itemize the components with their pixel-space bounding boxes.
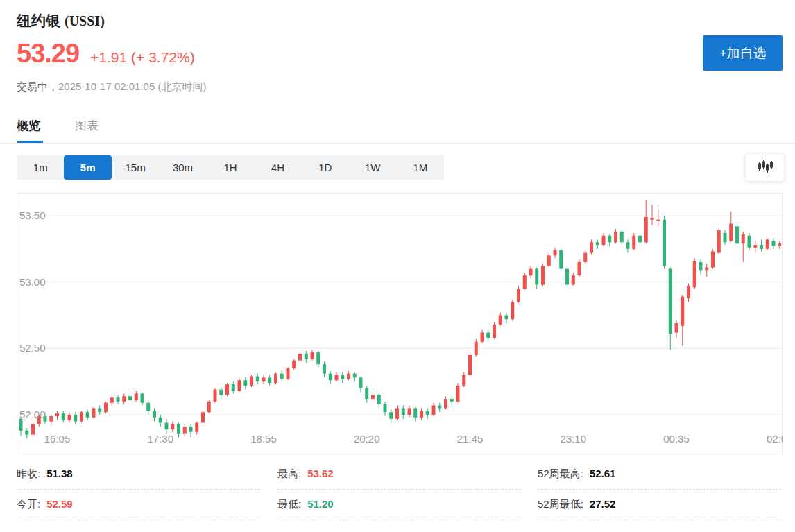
instrument-name: 纽约银 — [17, 12, 60, 28]
svg-text:16:05: 16:05 — [44, 433, 71, 445]
stat-divider — [538, 489, 781, 490]
stat-low: 最低:51.20 — [277, 498, 334, 511]
active-tab-underline — [17, 141, 43, 143]
stat-divider — [17, 520, 260, 520]
timeframe-bar: 1m5m15m30m1H4H1D1W1M — [17, 155, 444, 180]
chart-type-button[interactable] — [745, 153, 785, 182]
timeframe-1M[interactable]: 1M — [397, 156, 444, 179]
timezone-label: (北京时间) — [157, 80, 206, 92]
instrument-symbol: (USSI) — [65, 13, 105, 28]
trading-status: 交易中， — [17, 80, 58, 92]
stat-open: 今开:52.59 — [17, 498, 73, 511]
stat-divider — [277, 489, 521, 490]
svg-text:52.50: 52.50 — [19, 342, 46, 354]
timeframe-30m[interactable]: 30m — [159, 156, 206, 179]
page-title: 纽约银(USSI) — [17, 11, 105, 31]
stat-divider — [17, 489, 260, 490]
price-row: 53.29 +1.91 (+ 3.72%) — [17, 39, 195, 69]
tab-divider — [0, 143, 795, 144]
tab-chart[interactable]: 图表 — [75, 118, 99, 134]
svg-text:23:10: 23:10 — [560, 433, 586, 445]
stat-prev-close: 昨收:51.38 — [17, 467, 73, 481]
timeframe-1D[interactable]: 1D — [302, 156, 349, 179]
tab-overview[interactable]: 概览 — [17, 118, 40, 134]
svg-text:52.00: 52.00 — [19, 409, 46, 420]
svg-text:18:55: 18:55 — [250, 433, 277, 445]
stat-high: 最高:53.62 — [277, 467, 334, 481]
timeframe-1m[interactable]: 1m — [17, 156, 64, 179]
svg-text:20:20: 20:20 — [354, 433, 380, 445]
timeframe-1H[interactable]: 1H — [207, 156, 254, 179]
stat-52w-low: 52周最低:27.52 — [538, 498, 615, 511]
add-watchlist-button[interactable]: +加自选 — [703, 35, 783, 71]
quote-timestamp: 2025-10-17 02:01:05 — [58, 80, 155, 92]
timeframe-15m[interactable]: 15m — [112, 156, 159, 179]
price-change: +1.91 (+ 3.72%) — [90, 49, 195, 66]
candlestick-chart[interactable]: 53.5053.0052.5052.0016:0517:3018:5520:20… — [17, 193, 783, 454]
svg-text:17:30: 17:30 — [147, 433, 173, 445]
last-price: 53.29 — [17, 39, 79, 69]
trading-status-row: 交易中，2025-10-17 02:01:05 (北京时间) — [17, 80, 206, 94]
quote-page: 纽约银(USSI) 53.29 +1.91 (+ 3.72%) 交易中，2025… — [0, 0, 795, 532]
timeframe-5m[interactable]: 5m — [64, 155, 111, 180]
stat-divider — [277, 520, 521, 520]
svg-text:21:45: 21:45 — [457, 433, 484, 445]
timeframe-1W[interactable]: 1W — [349, 156, 396, 179]
svg-text:02:00: 02:00 — [767, 433, 783, 445]
svg-text:53.50: 53.50 — [19, 209, 46, 221]
stat-52w-high: 52周最高:52.61 — [538, 467, 615, 481]
svg-text:53.00: 53.00 — [19, 276, 46, 288]
candlestick-icon — [757, 160, 773, 176]
svg-text:00:35: 00:35 — [663, 433, 690, 445]
stat-divider — [538, 520, 781, 520]
timeframe-4H[interactable]: 4H — [254, 156, 301, 179]
